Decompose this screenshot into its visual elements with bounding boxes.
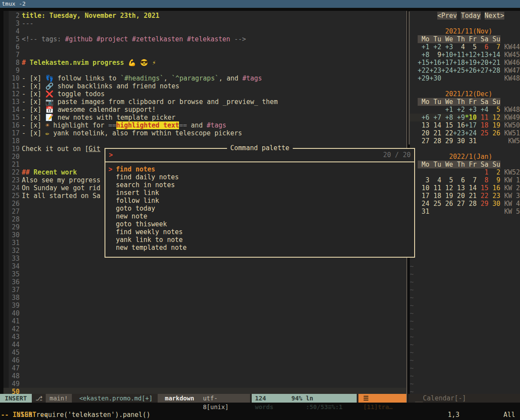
editor-line[interactable]: 35	[3, 270, 406, 278]
calendar-week-row[interactable]: 10 11 12 13 14 15 16 KW 2	[410, 184, 520, 192]
calendar-week-row[interactable]: +15+16+17+18+19+20+21 KW46	[410, 59, 520, 67]
editor-line[interactable]: 42	[3, 325, 406, 333]
empty-line-tilde: ~	[410, 302, 520, 309]
palette-item[interactable]: new note	[105, 212, 414, 220]
palette-item[interactable]: goto today	[105, 205, 414, 212]
calendar-day-cell	[441, 74, 500, 82]
text-segment: #tags	[206, 121, 226, 129]
calendar-day-cell: +11	[453, 51, 465, 59]
mode-indicator: INSERT	[0, 394, 32, 403]
palette-item[interactable]: find weekly notes	[105, 228, 414, 236]
month-title: 2021/12(Dec)	[445, 90, 492, 98]
calendar-line	[410, 215, 520, 223]
palette-search-input[interactable]: > 20 / 20	[105, 149, 414, 161]
editor-line[interactable]: 41	[3, 317, 406, 325]
tab-indicator[interactable]: ☰ [11]tra…	[358, 394, 406, 403]
editor-line[interactable]: 12- [x] ❌ toggle todos	[3, 90, 406, 98]
editor-line[interactable]: 9	[3, 67, 406, 74]
calendar-week-row[interactable]: +29+30 KW48	[410, 74, 520, 82]
palette-item[interactable]: insert link	[105, 189, 414, 197]
calendar-day-cell: 9	[429, 51, 441, 59]
editor-line[interactable]: 3---	[3, 20, 406, 27]
calendar-week-row[interactable]: 17 18 19 20 21 22 23 KW 3	[410, 192, 520, 200]
calendar-day-cell: +23	[429, 67, 441, 74]
text-segment: yank notelink, also from wthin telescope…	[49, 129, 242, 137]
editor-line[interactable]: 17- [x] ✏ yank notelink, also from wthin…	[3, 129, 406, 137]
prev-button[interactable]: <Prev	[437, 12, 457, 20]
next-button[interactable]: Next>	[485, 12, 504, 20]
editor-line[interactable]: 45	[3, 349, 406, 356]
today-button[interactable]: Today	[461, 12, 480, 20]
calendar-day-cell: +25	[453, 67, 465, 74]
calendar-week-row[interactable]: 27 28 29 30 31 KW5	[410, 137, 520, 145]
week-number: KW45	[504, 51, 520, 59]
calendar-week-row[interactable]: +22+23+24+25+26+27+28 KW47	[410, 67, 520, 74]
editor-line[interactable]: 36	[3, 278, 406, 286]
calendar-day-cell: +2	[429, 43, 441, 51]
editor-line[interactable]: 43	[3, 333, 406, 341]
calendar-week-row[interactable]: +8 9+10+11+12+13+14 KW45	[410, 51, 520, 59]
command-line[interactable]: :lua require('telekasten').panel()	[0, 403, 520, 411]
editor-line[interactable]: 13- [x] 📷 paste images from clipboard or…	[3, 98, 406, 106]
calendar-day-cell: 23	[489, 192, 500, 200]
calendar-weekday-header: Mo Tu We Th Fr Sa Su	[410, 35, 520, 43]
editor-line[interactable]: 2title: Tuesday, November 23th, 2021	[3, 12, 406, 20]
editor-line[interactable]: 7	[3, 51, 406, 59]
calendar-day-cell: 19	[489, 121, 500, 129]
editor-line[interactable]: 47	[3, 364, 406, 372]
calendar-window[interactable]: <Prev Today Next> 2021/11(Nov) Mo Tu We …	[410, 11, 520, 394]
calendar-week-row[interactable]: 3 4 5 6 7 8 9 KW 1	[410, 176, 520, 184]
editor-line[interactable]: 10- [x] 👣 follow links to `#headings`, `…	[3, 74, 406, 82]
palette-item[interactable]: follow link	[105, 197, 414, 205]
editor-line[interactable]: 38	[3, 294, 406, 302]
palette-item[interactable]: goto thisweek	[105, 220, 414, 228]
editor-line[interactable]: 8# Telekasten.nvim progress 💪 😎 ⚡	[3, 59, 406, 67]
line-number: 36	[3, 278, 20, 286]
editor-line[interactable]: 39	[3, 302, 406, 309]
editor-line[interactable]: 6	[3, 43, 406, 51]
palette-item-label: search in notes	[116, 181, 175, 189]
editor-line[interactable]: 11- [x] 🔗 show backlinks and friend note…	[3, 82, 406, 90]
calendar-week-row[interactable]: 1 2 KW52	[410, 168, 520, 176]
editor-line[interactable]: 15- [x] 📝 new notes with template picker	[3, 114, 406, 121]
editor-line[interactable]: 4	[3, 27, 406, 35]
calendar-week-row[interactable]: 13 14 15 16+17 18 19 KW50	[410, 121, 520, 129]
calendar-week-row[interactable]: 20 21 22+23+24 25 26 KW51	[410, 129, 520, 137]
week-number: KW48	[504, 106, 520, 114]
palette-item[interactable]: new templated note	[105, 244, 414, 252]
editor-line[interactable]: 46	[3, 356, 406, 364]
calendar-week-row[interactable]: +6 +7 +8 +9*10 11 12 KW49	[410, 114, 520, 121]
week-number: KW49	[504, 114, 520, 121]
calendar-week-row[interactable]: 24 25 26 27 28 29 30 KW 4	[410, 200, 520, 208]
editor-line[interactable]: 14- [x] 📅 awesome calendar support!	[3, 106, 406, 114]
editor-line[interactable]: 49	[3, 380, 406, 388]
text-segment: ==	[108, 121, 116, 129]
palette-item[interactable]: find daily notes	[105, 173, 414, 181]
calendar-day-cell: 31	[418, 208, 500, 215]
filename: <ekasten.promo.md[+]	[76, 394, 156, 403]
calendar-day-cell: +19	[465, 59, 476, 67]
text-segment: 🔗	[45, 82, 54, 90]
editor-line[interactable]: 16- [x] ☀ highlight for ==highlighted te…	[3, 121, 406, 129]
calendar-week-row[interactable]: 31 KW 5	[410, 208, 520, 215]
editor-line[interactable]: 50	[3, 388, 406, 394]
text-segment: Recent work	[34, 168, 77, 176]
editor-line[interactable]: 18	[3, 137, 406, 145]
palette-item[interactable]: >find notes	[105, 165, 414, 173]
editor-line[interactable]: 40	[3, 309, 406, 317]
palette-item[interactable]: yank link to note	[105, 236, 414, 244]
calendar-week-row[interactable]: +1 +2 +3 +4 5 KW48	[410, 106, 520, 114]
text-segment: It all started on Sa	[22, 192, 101, 200]
editor-line[interactable]: 37	[3, 286, 406, 294]
editor-line[interactable]: 48	[3, 372, 406, 380]
editor-line[interactable]: 5<!-- tags: #github #project #zettelkast…	[3, 35, 406, 43]
calendar-week-row[interactable]: +1 +2 +3 4 5 6 7 KW44	[410, 43, 520, 51]
editor-line[interactable]: 44	[3, 341, 406, 349]
text-segment: 📅	[45, 106, 54, 114]
text-segment: ==	[179, 121, 187, 129]
editor-line[interactable]: 34	[3, 262, 406, 270]
line-number: 43	[3, 333, 20, 341]
calendar-day-cell: +1	[418, 43, 429, 51]
palette-item[interactable]: search in notes	[105, 181, 414, 189]
text-segment: highlight for	[49, 121, 108, 129]
